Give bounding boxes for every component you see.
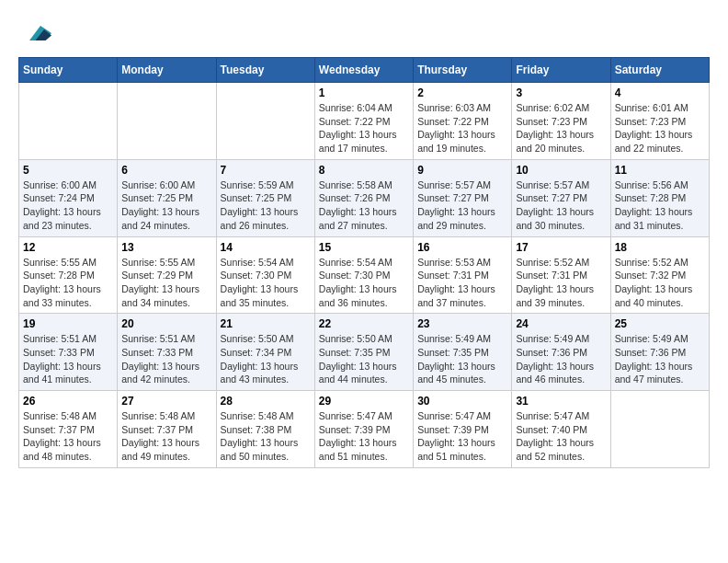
calendar-cell: 23Sunrise: 5:49 AM Sunset: 7:35 PM Dayli… — [414, 314, 512, 391]
calendar-cell: 3Sunrise: 6:02 AM Sunset: 7:23 PM Daylig… — [512, 83, 610, 160]
calendar-week-row: 5Sunrise: 6:00 AM Sunset: 7:24 PM Daylig… — [19, 159, 710, 236]
weekday-header-sunday: Sunday — [19, 58, 118, 83]
day-number: 2 — [417, 86, 507, 99]
day-info: Sunrise: 5:49 AM Sunset: 7:35 PM Dayligh… — [417, 332, 507, 386]
day-info: Sunrise: 5:57 AM Sunset: 7:27 PM Dayligh… — [516, 178, 606, 233]
day-info: Sunrise: 5:59 AM Sunset: 7:25 PM Dayligh… — [221, 178, 311, 233]
day-info: Sunrise: 5:51 AM Sunset: 7:33 PM Dayligh… — [23, 332, 113, 386]
calendar-cell: 21Sunrise: 5:50 AM Sunset: 7:34 PM Dayli… — [216, 314, 314, 391]
day-number: 29 — [319, 395, 409, 408]
calendar-cell: 16Sunrise: 5:53 AM Sunset: 7:31 PM Dayli… — [414, 236, 512, 314]
day-info: Sunrise: 5:48 AM Sunset: 7:37 PM Dayligh… — [121, 409, 211, 464]
day-number: 3 — [516, 86, 606, 99]
day-info: Sunrise: 5:48 AM Sunset: 7:37 PM Dayligh… — [23, 409, 113, 464]
calendar-cell — [19, 83, 118, 160]
calendar-cell: 26Sunrise: 5:48 AM Sunset: 7:37 PM Dayli… — [19, 391, 118, 468]
calendar-cell: 14Sunrise: 5:54 AM Sunset: 7:30 PM Dayli… — [216, 236, 314, 314]
calendar-cell — [610, 391, 709, 468]
calendar-cell: 12Sunrise: 5:55 AM Sunset: 7:28 PM Dayli… — [19, 236, 118, 314]
day-info: Sunrise: 6:04 AM Sunset: 7:22 PM Dayligh… — [319, 101, 409, 155]
calendar-cell: 25Sunrise: 5:49 AM Sunset: 7:36 PM Dayli… — [610, 314, 709, 391]
calendar-cell: 31Sunrise: 5:47 AM Sunset: 7:40 PM Dayli… — [512, 391, 610, 468]
calendar-cell: 4Sunrise: 6:01 AM Sunset: 7:23 PM Daylig… — [610, 83, 709, 160]
calendar-cell: 30Sunrise: 5:47 AM Sunset: 7:39 PM Dayli… — [414, 391, 512, 468]
day-number: 28 — [221, 395, 311, 408]
calendar-cell: 19Sunrise: 5:51 AM Sunset: 7:33 PM Dayli… — [19, 314, 118, 391]
day-info: Sunrise: 5:52 AM Sunset: 7:32 PM Dayligh… — [615, 256, 705, 310]
calendar-week-row: 26Sunrise: 5:48 AM Sunset: 7:37 PM Dayli… — [19, 391, 710, 468]
calendar-cell: 6Sunrise: 6:00 AM Sunset: 7:25 PM Daylig… — [118, 159, 216, 236]
day-number: 8 — [319, 164, 409, 177]
day-info: Sunrise: 5:56 AM Sunset: 7:28 PM Dayligh… — [615, 178, 705, 233]
calendar-cell: 1Sunrise: 6:04 AM Sunset: 7:22 PM Daylig… — [314, 83, 413, 160]
day-number: 22 — [319, 317, 409, 330]
day-info: Sunrise: 5:50 AM Sunset: 7:34 PM Dayligh… — [221, 332, 311, 386]
day-info: Sunrise: 5:47 AM Sunset: 7:39 PM Dayligh… — [319, 409, 409, 464]
day-number: 20 — [121, 317, 211, 330]
calendar-week-row: 1Sunrise: 6:04 AM Sunset: 7:22 PM Daylig… — [19, 83, 710, 160]
calendar-cell: 7Sunrise: 5:59 AM Sunset: 7:25 PM Daylig… — [216, 159, 314, 236]
day-number: 31 — [516, 395, 606, 408]
calendar-cell: 5Sunrise: 6:00 AM Sunset: 7:24 PM Daylig… — [19, 159, 118, 236]
calendar-cell: 2Sunrise: 6:03 AM Sunset: 7:22 PM Daylig… — [414, 83, 512, 160]
day-number: 16 — [417, 241, 507, 254]
day-number: 23 — [417, 317, 507, 330]
calendar-week-row: 19Sunrise: 5:51 AM Sunset: 7:33 PM Dayli… — [19, 314, 710, 391]
day-number: 26 — [23, 395, 113, 408]
day-info: Sunrise: 5:48 AM Sunset: 7:38 PM Dayligh… — [221, 409, 311, 464]
calendar-cell — [118, 83, 216, 160]
calendar-cell — [216, 83, 314, 160]
day-number: 13 — [121, 241, 211, 254]
day-info: Sunrise: 5:55 AM Sunset: 7:29 PM Dayligh… — [121, 256, 211, 310]
weekday-header-thursday: Thursday — [414, 58, 512, 83]
weekday-header-saturday: Saturday — [610, 58, 709, 83]
day-info: Sunrise: 5:55 AM Sunset: 7:28 PM Dayligh… — [23, 256, 113, 310]
calendar-cell: 17Sunrise: 5:52 AM Sunset: 7:31 PM Dayli… — [512, 236, 610, 314]
day-info: Sunrise: 6:03 AM Sunset: 7:22 PM Dayligh… — [417, 101, 507, 155]
day-info: Sunrise: 5:54 AM Sunset: 7:30 PM Dayligh… — [221, 256, 311, 310]
calendar-table: SundayMondayTuesdayWednesdayThursdayFrid… — [18, 57, 710, 468]
day-number: 18 — [615, 241, 705, 254]
calendar-cell: 18Sunrise: 5:52 AM Sunset: 7:32 PM Dayli… — [610, 236, 709, 314]
calendar-week-row: 12Sunrise: 5:55 AM Sunset: 7:28 PM Dayli… — [19, 236, 710, 314]
day-number: 9 — [417, 164, 507, 177]
day-number: 10 — [516, 164, 606, 177]
page-header — [18, 18, 710, 48]
calendar-cell: 20Sunrise: 5:51 AM Sunset: 7:33 PM Dayli… — [118, 314, 216, 391]
day-info: Sunrise: 5:52 AM Sunset: 7:31 PM Dayligh… — [516, 256, 606, 310]
calendar-cell: 9Sunrise: 5:57 AM Sunset: 7:27 PM Daylig… — [414, 159, 512, 236]
day-number: 30 — [417, 395, 507, 408]
weekday-header-monday: Monday — [118, 58, 216, 83]
day-number: 27 — [121, 395, 211, 408]
day-info: Sunrise: 5:57 AM Sunset: 7:27 PM Dayligh… — [417, 178, 507, 233]
day-number: 14 — [221, 241, 311, 254]
day-number: 11 — [615, 164, 705, 177]
day-info: Sunrise: 6:00 AM Sunset: 7:24 PM Dayligh… — [23, 178, 113, 233]
day-info: Sunrise: 5:47 AM Sunset: 7:40 PM Dayligh… — [516, 409, 606, 464]
calendar-header-row: SundayMondayTuesdayWednesdayThursdayFrid… — [19, 58, 710, 83]
day-info: Sunrise: 5:49 AM Sunset: 7:36 PM Dayligh… — [516, 332, 606, 386]
calendar-cell: 22Sunrise: 5:50 AM Sunset: 7:35 PM Dayli… — [314, 314, 413, 391]
day-number: 1 — [319, 86, 409, 99]
weekday-header-wednesday: Wednesday — [314, 58, 413, 83]
weekday-header-friday: Friday — [512, 58, 610, 83]
day-number: 24 — [516, 317, 606, 330]
day-info: Sunrise: 5:54 AM Sunset: 7:30 PM Dayligh… — [319, 256, 409, 310]
day-info: Sunrise: 5:50 AM Sunset: 7:35 PM Dayligh… — [319, 332, 409, 386]
calendar-cell: 13Sunrise: 5:55 AM Sunset: 7:29 PM Dayli… — [118, 236, 216, 314]
logo-icon — [22, 18, 51, 48]
day-info: Sunrise: 6:02 AM Sunset: 7:23 PM Dayligh… — [516, 101, 606, 155]
day-info: Sunrise: 6:00 AM Sunset: 7:25 PM Dayligh… — [121, 178, 211, 233]
weekday-header-tuesday: Tuesday — [216, 58, 314, 83]
logo — [18, 18, 51, 48]
day-number: 5 — [23, 164, 113, 177]
day-number: 7 — [221, 164, 311, 177]
day-number: 19 — [23, 317, 113, 330]
day-info: Sunrise: 5:47 AM Sunset: 7:39 PM Dayligh… — [417, 409, 507, 464]
day-info: Sunrise: 5:51 AM Sunset: 7:33 PM Dayligh… — [121, 332, 211, 386]
day-info: Sunrise: 6:01 AM Sunset: 7:23 PM Dayligh… — [615, 101, 705, 155]
calendar-cell: 27Sunrise: 5:48 AM Sunset: 7:37 PM Dayli… — [118, 391, 216, 468]
calendar-cell: 8Sunrise: 5:58 AM Sunset: 7:26 PM Daylig… — [314, 159, 413, 236]
day-info: Sunrise: 5:58 AM Sunset: 7:26 PM Dayligh… — [319, 178, 409, 233]
calendar-cell: 29Sunrise: 5:47 AM Sunset: 7:39 PM Dayli… — [314, 391, 413, 468]
